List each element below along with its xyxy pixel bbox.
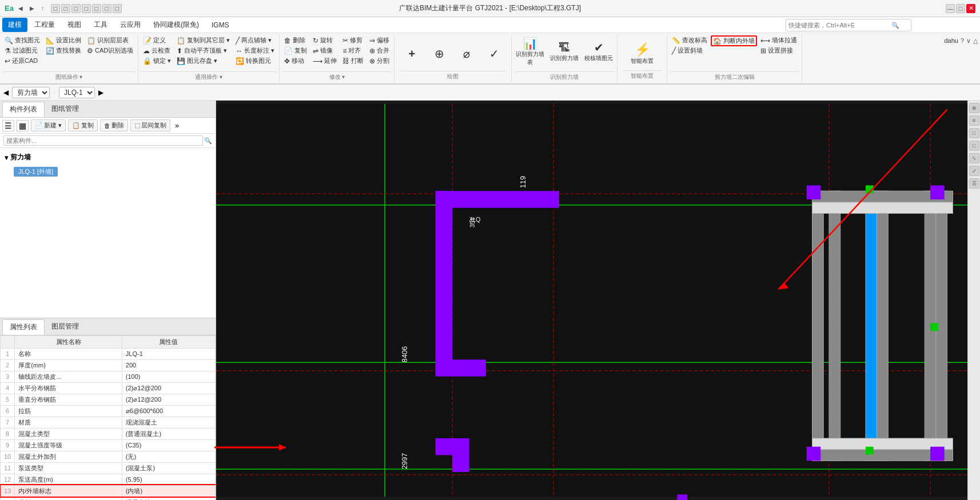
close-btn[interactable]: ✕ bbox=[966, 4, 975, 13]
props-value-7[interactable]: 现浇混凝土 bbox=[122, 417, 215, 428]
btn-dingyi[interactable]: 📝定义 bbox=[141, 35, 173, 45]
menu-item-gongju[interactable]: 工具 bbox=[88, 18, 113, 32]
btn-cadxuanxiang[interactable]: ⚙CAD识别选项 bbox=[85, 46, 136, 55]
maximize-btn[interactable]: □ bbox=[956, 4, 965, 13]
btn-copy-comp[interactable]: 📋 复制 bbox=[68, 119, 98, 131]
btn-xiujian[interactable]: ✂修剪 bbox=[340, 35, 366, 45]
nav-chevron[interactable]: ∨ bbox=[966, 37, 971, 45]
list-view-btn[interactable]: ☰ bbox=[2, 120, 14, 131]
btn-new[interactable]: 📄 新建 ▾ bbox=[31, 119, 66, 131]
props-value-14[interactable]: 混凝土墙 bbox=[122, 497, 215, 500]
btn-huanyuan[interactable]: ↩还原CAD bbox=[2, 56, 42, 66]
props-value-3[interactable]: (100) bbox=[122, 371, 215, 382]
btn-shibie-qiang[interactable]: 🏗 识别剪力墙 bbox=[548, 35, 580, 67]
rs-btn-5[interactable]: ⤡ bbox=[969, 153, 979, 163]
btn-xuanzhuan[interactable]: ↻旋转 bbox=[310, 35, 339, 45]
nav-fwd-btn[interactable]: ▶ bbox=[27, 4, 37, 13]
menu-item-xietong[interactable]: 协同建模(限免) bbox=[148, 18, 205, 32]
menu-item-gongliang[interactable]: 工程量 bbox=[29, 18, 61, 32]
props-value-6[interactable]: ⌀6@600*600 bbox=[122, 405, 215, 417]
btn-yunjiancha[interactable]: ☁云检查 bbox=[141, 46, 173, 55]
btn-draw-plus[interactable]: + bbox=[399, 37, 424, 71]
btn-zhuanhuantuyuan[interactable]: 🔁转换图元 bbox=[233, 56, 277, 66]
btn-fuzhi[interactable]: 📄复制 bbox=[282, 46, 309, 55]
tree-header-jlq[interactable]: ▾ 剪力墙 bbox=[2, 150, 213, 165]
more-btn[interactable]: » bbox=[173, 121, 181, 130]
btn-hebing[interactable]: ⊕合并 bbox=[367, 46, 392, 55]
tree-item-jlq1[interactable]: JLQ-1 [外墙] bbox=[2, 165, 213, 179]
props-value-9[interactable]: (C35) bbox=[122, 439, 215, 451]
mode-arrow-right[interactable]: ▶ bbox=[98, 89, 103, 97]
btn-shezhi-pinjie[interactable]: ⊞设置拼接 bbox=[758, 46, 799, 55]
component-search-input[interactable] bbox=[3, 135, 203, 146]
qa-btn-3[interactable]: □ bbox=[71, 4, 81, 13]
qa-btn-4[interactable]: □ bbox=[82, 4, 91, 13]
nav-back-btn[interactable]: ◀ bbox=[16, 4, 25, 13]
btn-shezhibibi[interactable]: 📐设置比例 bbox=[43, 35, 83, 45]
props-value-11[interactable]: (混凝土泵) bbox=[122, 462, 215, 474]
rs-btn-4[interactable]: □ bbox=[969, 141, 979, 151]
props-value-4[interactable]: (2)⌀12@200 bbox=[122, 382, 215, 394]
btn-yidong[interactable]: ✥移动 bbox=[282, 56, 309, 66]
btn-draw-circle[interactable]: ⊕ bbox=[427, 37, 452, 71]
menu-item-shitu[interactable]: 视图 bbox=[62, 18, 87, 32]
tab-props-list[interactable]: 属性列表 bbox=[2, 319, 45, 335]
nav-up-btn[interactable]: ↑ bbox=[39, 4, 46, 13]
qa-btn-7[interactable]: □ bbox=[113, 4, 122, 13]
tab-component-list[interactable]: 构件列表 bbox=[2, 102, 45, 117]
btn-liangdianfuzhou[interactable]: ╱两点辅轴 ▾ bbox=[233, 35, 277, 45]
btn-draw-angle[interactable]: ⌀ bbox=[454, 37, 479, 71]
btn-yanshen[interactable]: ⟶延伸 bbox=[310, 56, 339, 66]
btn-daduan[interactable]: ⛓打断 bbox=[340, 56, 366, 66]
btn-zhinengbuzhi[interactable]: ⚡ 智能布置 bbox=[622, 38, 662, 70]
props-value-1[interactable]: JLQ-1 bbox=[122, 348, 215, 359]
btn-jingxiang[interactable]: ⇌镜像 bbox=[310, 46, 339, 55]
btn-zidonpingqi[interactable]: ⬆自动平齐顶板 ▾ bbox=[174, 46, 232, 55]
btn-delete-comp[interactable]: 🗑 删除 bbox=[100, 119, 128, 131]
btn-shibie-biao[interactable]: 📊 识别剪力墙表 bbox=[514, 35, 546, 67]
tab-layer-mgmt[interactable]: 图层管理 bbox=[45, 319, 86, 335]
btn-chagaibiaogao[interactable]: 📏查改标高 bbox=[670, 35, 710, 45]
element-type-select[interactable]: 剪力墙 bbox=[12, 87, 50, 98]
btn-duiqi[interactable]: ≡对齐 bbox=[340, 46, 366, 55]
btn-chazhaotuyuan[interactable]: 🔍查找图元 bbox=[2, 35, 42, 45]
btn-fenge[interactable]: ⊗分割 bbox=[367, 56, 392, 66]
qa-btn-2[interactable]: □ bbox=[61, 4, 70, 13]
props-value-2[interactable]: 200 bbox=[122, 359, 215, 371]
btn-shezhixieqiang[interactable]: ╱设置斜墙 bbox=[670, 46, 710, 55]
element-code-select[interactable]: JLQ-1 bbox=[59, 87, 95, 98]
btn-panduanneiwai[interactable]: 🏠判断内外墙 bbox=[711, 35, 757, 46]
props-value-10[interactable]: (无) bbox=[122, 451, 215, 462]
nav-home[interactable]: △ bbox=[973, 37, 978, 45]
props-value-12[interactable]: (5.95) bbox=[122, 474, 215, 485]
menu-item-jianmo[interactable]: 建模 bbox=[2, 18, 27, 32]
rs-btn-3[interactable]: □ bbox=[969, 128, 979, 138]
btn-fuzhidaoquiceng[interactable]: 📋复制到其它层 ▾ bbox=[174, 35, 232, 45]
qa-btn-1[interactable]: □ bbox=[51, 4, 60, 13]
menu-item-yunyingyong[interactable]: 云应用 bbox=[114, 18, 146, 32]
btn-changdubiaozhu[interactable]: ↔长度标注 ▾ bbox=[233, 46, 277, 55]
btn-pianyi[interactable]: ⇒偏移 bbox=[367, 35, 392, 45]
btn-draw-check[interactable]: ✓ bbox=[481, 37, 507, 71]
btn-chazhaotihuan[interactable]: 🔄查找替换 bbox=[43, 46, 83, 55]
rs-btn-6[interactable]: ⤢ bbox=[969, 166, 979, 176]
rs-btn-7[interactable]: ☰ bbox=[969, 178, 979, 189]
menu-item-igms[interactable]: IGMS bbox=[206, 19, 235, 31]
btn-shibielectrolayer[interactable]: 📋识别层层表 bbox=[85, 35, 136, 45]
rs-btn-1[interactable]: ⊕ bbox=[969, 103, 979, 113]
rs-btn-2[interactable]: ≡ bbox=[969, 115, 979, 126]
props-value-8[interactable]: (普通混凝土) bbox=[122, 428, 215, 439]
btn-guolvtuyuan[interactable]: ⚗过滤图元 bbox=[2, 46, 42, 55]
btn-floor-copy[interactable]: ⬚ 层间复制 bbox=[130, 119, 170, 131]
grid-view-btn[interactable]: ▦ bbox=[17, 120, 29, 131]
tab-drawing-mgmt[interactable]: 图纸管理 bbox=[45, 102, 86, 117]
btn-qiangtila[interactable]: ⟷墙体拉通 bbox=[758, 35, 799, 45]
btn-tuyuancunpan[interactable]: 💾图元存盘 ▾ bbox=[174, 56, 232, 66]
props-value-5[interactable]: (2)⌀12@200 bbox=[122, 394, 215, 405]
btn-suoding[interactable]: 🔒锁定 ▾ bbox=[141, 56, 173, 66]
btn-jiaohetu[interactable]: ✔ 校核墙图元 bbox=[583, 35, 615, 67]
qa-btn-5[interactable]: □ bbox=[92, 4, 101, 13]
mode-arrow-left[interactable]: ◀ bbox=[3, 89, 9, 97]
minimize-btn[interactable]: — bbox=[946, 4, 955, 13]
search-input[interactable] bbox=[788, 22, 891, 29]
